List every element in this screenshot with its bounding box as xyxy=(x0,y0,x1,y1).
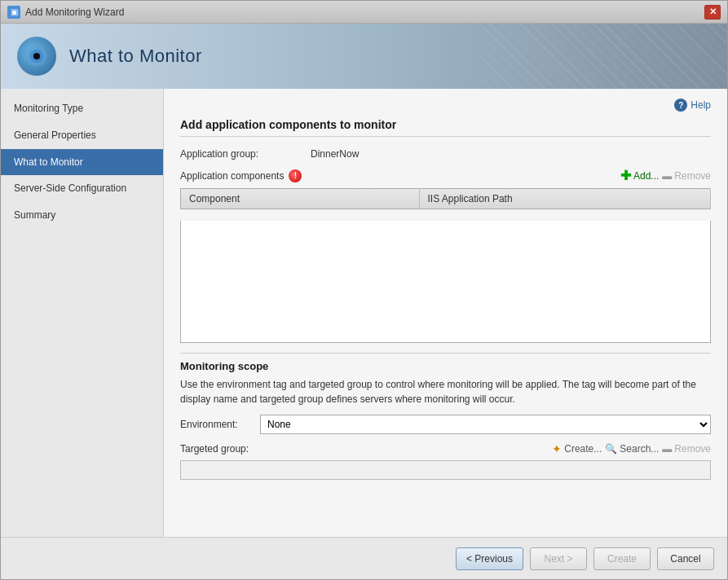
app-components-label: Application components xyxy=(180,170,284,182)
help-link[interactable]: ? Help xyxy=(180,99,711,112)
app-group-label: Application group: xyxy=(180,148,311,160)
error-icon: ! xyxy=(289,169,302,182)
sidebar-item-general-properties[interactable]: General Properties xyxy=(1,122,163,149)
window-title: Add Monitoring Wizard xyxy=(25,7,124,18)
app-group-value: DinnerNow xyxy=(311,148,359,160)
app-components-label-row: Application components ! xyxy=(180,169,302,182)
create-button-label: Create... xyxy=(564,443,602,455)
add-icon: ✚ xyxy=(620,168,631,183)
cancel-button[interactable]: Cancel xyxy=(657,547,714,570)
table-body-area[interactable] xyxy=(180,221,711,343)
targeted-group-input[interactable] xyxy=(180,460,711,480)
header-title: What to Monitor xyxy=(69,46,202,67)
targeted-group-row: Targeted group: ✦ Create... 🔍 Search... … xyxy=(180,442,711,455)
main-content: Monitoring Type General Properties What … xyxy=(1,89,727,537)
section-title: Add application components to monitor xyxy=(180,118,711,137)
table-header-row: Component IIS Application Path xyxy=(181,189,711,209)
search-button-label: Search... xyxy=(620,443,659,455)
title-bar: ▣ Add Monitoring Wizard ✕ xyxy=(1,1,727,24)
create-icon: ✦ xyxy=(552,442,562,455)
next-button[interactable]: Next > xyxy=(530,547,587,570)
remove-button[interactable]: ▬ Remove xyxy=(662,170,711,182)
app-group-row: Application group: DinnerNow xyxy=(180,148,711,160)
header-banner: What to Monitor xyxy=(1,24,727,89)
scope-title: Monitoring scope xyxy=(180,360,711,372)
search-targeted-button[interactable]: 🔍 Search... xyxy=(605,443,659,455)
environment-label: Environment: xyxy=(180,419,254,430)
create-targeted-button[interactable]: ✦ Create... xyxy=(552,442,602,455)
remove-button-label: Remove xyxy=(674,170,711,182)
targeted-group-label: Targeted group: xyxy=(180,443,249,455)
sidebar-item-summary[interactable]: Summary xyxy=(1,202,163,229)
divider xyxy=(180,353,711,354)
close-button[interactable]: ✕ xyxy=(704,5,721,20)
scope-description: Use the environment tag and targeted gro… xyxy=(180,377,711,406)
title-bar-left: ▣ Add Monitoring Wizard xyxy=(7,6,124,19)
search-icon: 🔍 xyxy=(605,443,617,455)
app-components-header: Application components ! ✚ Add... ▬ Remo… xyxy=(180,168,711,183)
remove-targeted-label: Remove xyxy=(674,443,711,455)
sidebar-item-monitoring-type[interactable]: Monitoring Type xyxy=(1,95,163,122)
wizard-window: ▣ Add Monitoring Wizard ✕ What to Monito… xyxy=(0,0,728,580)
remove-icon: ▬ xyxy=(662,170,672,182)
targeted-group-actions: ✦ Create... 🔍 Search... ▬ Remove xyxy=(552,442,711,455)
monitoring-scope-section: Monitoring scope Use the environment tag… xyxy=(180,346,711,480)
help-label: Help xyxy=(690,99,711,111)
add-button[interactable]: ✚ Add... xyxy=(620,168,659,183)
footer: < Previous Next > Create Cancel xyxy=(1,537,727,579)
remove-targeted-button[interactable]: ▬ Remove xyxy=(662,443,711,455)
sidebar: Monitoring Type General Properties What … xyxy=(1,89,164,537)
header-icon xyxy=(17,37,56,76)
column-component: Component xyxy=(181,189,420,209)
help-icon: ? xyxy=(674,99,687,112)
add-button-label: Add... xyxy=(633,170,659,182)
column-iis-path: IIS Application Path xyxy=(419,189,711,209)
action-buttons: ✚ Add... ▬ Remove xyxy=(620,168,711,183)
window-icon: ▣ xyxy=(7,6,20,19)
sidebar-item-what-to-monitor[interactable]: What to Monitor xyxy=(1,149,163,176)
components-table: Component IIS Application Path xyxy=(180,188,711,209)
environment-select[interactable]: None Production Staging Development Test xyxy=(260,415,711,434)
right-panel: ? Help Add application components to mon… xyxy=(164,89,727,537)
environment-row: Environment: None Production Staging Dev… xyxy=(180,415,711,434)
sidebar-item-server-side-configuration[interactable]: Server-Side Configuration xyxy=(1,175,163,202)
remove-targeted-icon: ▬ xyxy=(662,443,672,455)
environment-select-wrapper: None Production Staging Development Test xyxy=(260,415,711,434)
svg-point-2 xyxy=(33,53,40,59)
previous-button[interactable]: < Previous xyxy=(456,547,523,570)
create-button[interactable]: Create xyxy=(593,547,651,570)
